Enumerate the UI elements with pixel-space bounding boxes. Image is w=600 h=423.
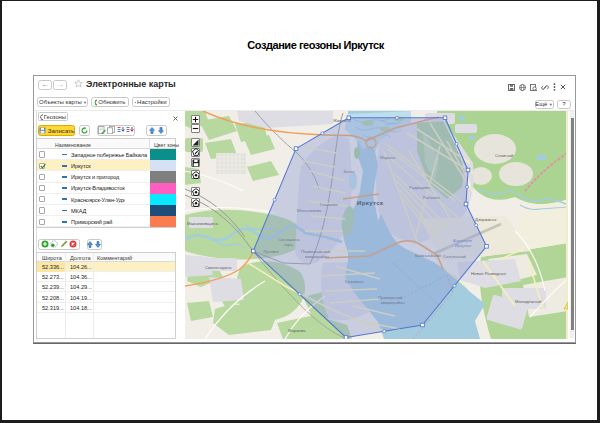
svg-text:Максимовщина: Максимовщина (187, 221, 218, 226)
svg-text:Маркова: Маркова (288, 328, 306, 333)
svg-text:Славный: Славный (495, 153, 514, 158)
svg-text:Дзержинск: Дзержинск (475, 217, 497, 222)
svg-text:Новая Разводная: Новая Разводная (471, 271, 506, 276)
svg-text:Молодёжный: Молодёжный (515, 299, 542, 304)
svg-text:Смоленщина: Смоленщина (205, 265, 232, 270)
